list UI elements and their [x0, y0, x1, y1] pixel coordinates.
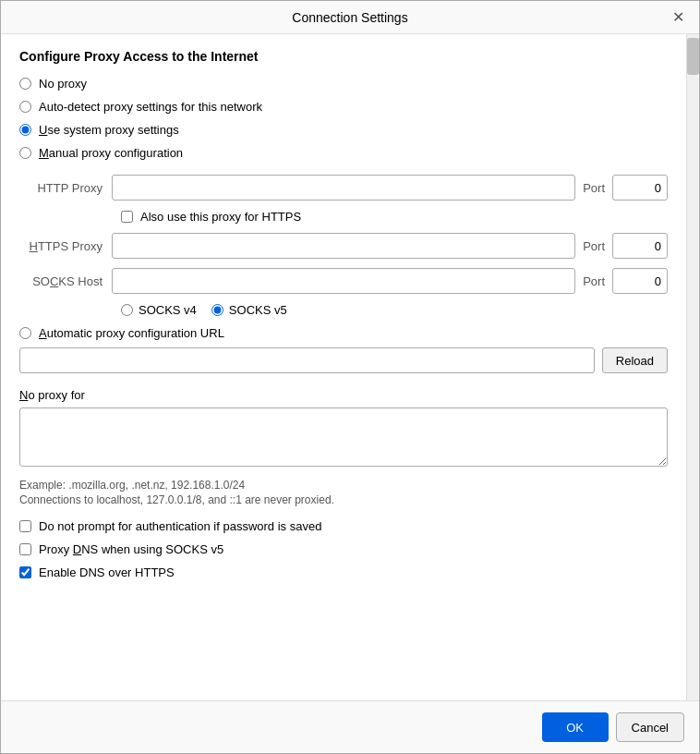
http-port-input[interactable] [612, 175, 668, 201]
also-use-https-row: Also use this proxy for HTTPS [121, 210, 668, 224]
no-prompt-auth-checkbox[interactable] [19, 520, 31, 532]
no-proxy-textarea[interactable] [19, 407, 668, 467]
http-proxy-row: HTTP Proxy Port [19, 175, 668, 201]
socks-host-input[interactable] [112, 268, 575, 294]
radio-system-proxy-label: Use system proxy settings [39, 123, 179, 137]
proxy-dns-checkbox[interactable] [19, 543, 31, 555]
auto-proxy-url-input[interactable] [19, 347, 595, 373]
radio-no-proxy-input[interactable] [19, 78, 31, 90]
radio-manual-proxy-label: Manual proxy configuration [39, 146, 183, 160]
radio-no-proxy-label: No proxy [39, 77, 87, 91]
auto-proxy-url-row: Reload [19, 347, 668, 373]
proxy-radio-group: No proxy Auto-detect proxy settings for … [19, 77, 668, 160]
ok-button[interactable]: OK [542, 712, 609, 742]
http-port-label: Port [575, 181, 612, 195]
socks5-radio[interactable] [211, 304, 223, 316]
proxy-dns-label: Proxy DNS when using SOCKS v5 [39, 542, 223, 556]
socks-host-label: SOCKS Host [19, 274, 112, 288]
https-proxy-input[interactable] [112, 233, 575, 259]
radio-manual-proxy[interactable]: Manual proxy configuration [19, 146, 668, 160]
proxy-dns-item[interactable]: Proxy DNS when using SOCKS v5 [19, 542, 668, 556]
radio-system-proxy[interactable]: Use system proxy settings [19, 123, 668, 137]
socks-port-input[interactable] [612, 268, 668, 294]
scrollbar-thumb[interactable] [687, 38, 699, 75]
radio-auto-detect-label: Auto-detect proxy settings for this netw… [39, 100, 262, 114]
dialog-footer: OK Cancel [1, 700, 699, 753]
dns-over-https-label: Enable DNS over HTTPS [39, 566, 175, 579]
socks4-radio[interactable] [121, 304, 133, 316]
proxy-fields: HTTP Proxy Port Also use this proxy for … [19, 175, 668, 317]
scrollbar[interactable] [686, 34, 699, 700]
https-port-label: Port [575, 239, 612, 253]
auto-proxy-section: Automatic proxy configuration URL Reload [19, 326, 668, 373]
content-wrapper: Configure Proxy Access to the Internet N… [1, 34, 699, 700]
titlebar: Connection Settings ✕ [1, 1, 699, 34]
radio-auto-detect[interactable]: Auto-detect proxy settings for this netw… [19, 100, 668, 114]
socks-version-row: SOCKS v4 SOCKS v5 [121, 303, 668, 317]
no-proxy-hint: Example: .mozilla.org, .net.nz, 192.168.… [19, 479, 668, 492]
radio-auto-proxy-url-input[interactable] [19, 327, 31, 339]
section-title: Configure Proxy Access to the Internet [19, 49, 668, 64]
radio-auto-proxy-url-label: Automatic proxy configuration URL [39, 326, 224, 340]
https-proxy-row: HTTPS Proxy Port [19, 233, 668, 259]
dialog-title: Connection Settings [292, 10, 407, 25]
no-proxy-info: Connections to localhost, 127.0.0.1/8, a… [19, 493, 668, 506]
https-proxy-label: HTTPS Proxy [19, 239, 112, 253]
http-proxy-label: HTTP Proxy [19, 181, 112, 195]
https-port-input[interactable] [612, 233, 668, 259]
no-proxy-label: No proxy for [19, 388, 668, 402]
close-button[interactable]: ✕ [669, 6, 688, 29]
socks4-option[interactable]: SOCKS v4 [121, 303, 197, 317]
dns-over-https-item[interactable]: Enable DNS over HTTPS [19, 566, 668, 579]
radio-auto-detect-input[interactable] [19, 101, 31, 113]
no-proxy-section: No proxy for [19, 388, 668, 469]
socks4-label: SOCKS v4 [139, 303, 197, 317]
main-content: Configure Proxy Access to the Internet N… [1, 34, 686, 700]
connection-settings-dialog: Connection Settings ✕ Configure Proxy Ac… [0, 0, 700, 754]
no-prompt-auth-label: Do not prompt for authentication if pass… [39, 519, 321, 533]
socks5-label: SOCKS v5 [229, 303, 287, 317]
socks5-option[interactable]: SOCKS v5 [211, 303, 287, 317]
radio-system-proxy-input[interactable] [19, 124, 31, 136]
radio-no-proxy[interactable]: No proxy [19, 77, 668, 91]
radio-auto-proxy-url[interactable]: Automatic proxy configuration URL [19, 326, 668, 340]
reload-button[interactable]: Reload [602, 347, 668, 373]
radio-manual-proxy-input[interactable] [19, 147, 31, 159]
also-use-https-label: Also use this proxy for HTTPS [140, 210, 301, 224]
no-prompt-auth-item[interactable]: Do not prompt for authentication if pass… [19, 519, 668, 533]
also-use-https-checkbox[interactable] [121, 211, 133, 223]
bottom-checkboxes: Do not prompt for authentication if pass… [19, 519, 668, 579]
http-proxy-input[interactable] [112, 175, 575, 201]
socks-host-row: SOCKS Host Port [19, 268, 668, 294]
socks-port-label: Port [575, 274, 612, 288]
cancel-button[interactable]: Cancel [616, 712, 684, 742]
dns-over-https-checkbox[interactable] [19, 566, 31, 578]
